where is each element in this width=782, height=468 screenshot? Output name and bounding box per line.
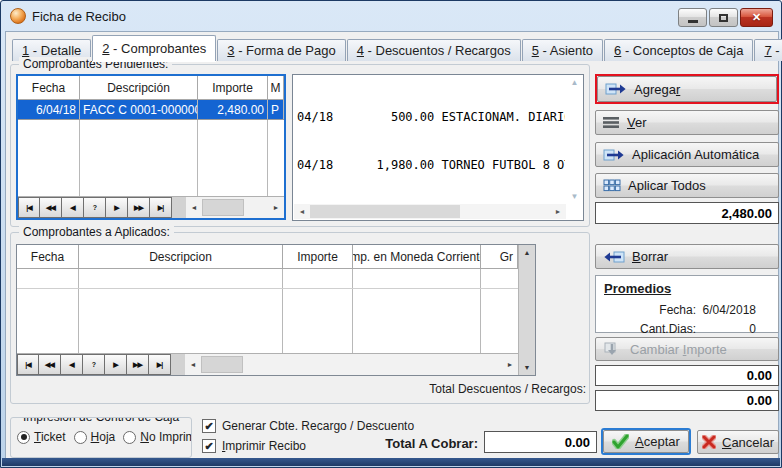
pending-grid-empty-area — [18, 120, 284, 196]
tab-observacion[interactable]: 7 - Observación — [754, 39, 782, 61]
applied-grid-row-empty — [17, 269, 518, 289]
tab-forma-de-pago[interactable]: 3 - Forma de Pago — [217, 39, 345, 61]
pending-row-selected[interactable]: 6/04/18 FACC C 0001-00000000 2,480.00 P — [18, 100, 284, 120]
promedios-panel: Promedios Fecha: 6/04/2018 Cant.Dias: 0 — [595, 275, 779, 333]
nav-prior-button[interactable]: ◀ — [61, 354, 83, 375]
radio-ticket-label: Ticket — [34, 430, 66, 444]
checkbox-generar-cbte[interactable]: ✔ Generar Cbte. Recargo / Descuento — [202, 419, 414, 433]
col-fecha[interactable]: Fecha — [17, 245, 79, 269]
checkbox-imprimir-label: Imprimir Recibo — [222, 439, 306, 453]
scroll-thumb[interactable] — [310, 205, 460, 218]
col-imp-moneda-corriente[interactable]: Imp. en Moneda Corriente — [353, 245, 481, 269]
scroll-down-icon[interactable]: ▼ — [524, 360, 531, 375]
aplicacion-automatica-button[interactable]: Aplicación Automática — [595, 142, 779, 167]
nav-next-button[interactable]: ▶ — [105, 354, 127, 375]
radio-ticket[interactable]: Ticket — [17, 430, 66, 444]
scroll-down-icon[interactable]: ▼ — [571, 190, 579, 203]
minimize-button[interactable] — [678, 8, 707, 27]
nav-first-button[interactable]: |◀ — [18, 197, 40, 218]
col-fecha[interactable]: Fecha — [18, 76, 80, 100]
nav-next-page-button[interactable]: ▶▶ — [127, 354, 149, 375]
promedios-fecha-value: 6/04/2018 — [696, 303, 778, 317]
scrollbar-filler — [172, 197, 186, 218]
col-moneda[interactable]: M — [268, 76, 284, 100]
nav-last-button[interactable]: ▶| — [150, 197, 172, 218]
maximize-button[interactable] — [709, 8, 738, 27]
radio-hoja[interactable]: Hoja — [74, 430, 116, 444]
checkbox-checked-icon: ✔ — [202, 419, 216, 433]
borrar-button[interactable]: Borrar — [595, 244, 779, 269]
dialog-client-area: 1 - Detalle 2 - Comprobantes 3 - Forma d… — [5, 31, 779, 460]
tab-asiento[interactable]: 5 - Asiento — [522, 39, 603, 61]
radio-icon — [74, 431, 87, 444]
scroll-right-icon[interactable]: ► — [268, 197, 284, 218]
aceptar-button[interactable]: Aceptar — [603, 430, 689, 453]
aplicacion-automatica-label: Aplicación Automática — [632, 147, 759, 162]
screen: Ficha de Recibo ✕ 1 - Detalle 2 - Compro… — [0, 0, 782, 468]
scroll-left-icon[interactable]: ◄ — [185, 354, 201, 375]
applied-amount-field[interactable]: 0.00 — [595, 365, 779, 386]
scroll-up-icon[interactable]: ▲ — [524, 245, 531, 260]
applied-grid[interactable]: Fecha Descripcion Importe Imp. en Moneda… — [16, 244, 536, 376]
scroll-right-icon[interactable]: ► — [550, 204, 566, 219]
tab-conceptos-de-caja[interactable]: 6 - Conceptos de Caja — [604, 39, 753, 61]
scroll-left-icon[interactable]: ◄ — [186, 197, 202, 218]
scroll-left-icon[interactable]: ◄ — [294, 204, 310, 219]
nav-first-button[interactable]: |◀ — [17, 354, 39, 375]
aceptar-focus-ring: Aceptar — [601, 428, 691, 455]
radio-no-imprimir[interactable]: No Imprimir — [123, 430, 192, 444]
pending-detail-memo[interactable]: 04/18 500.00 ESTACIONAM. DIARIO 04/18 1,… — [292, 74, 584, 221]
checkbox-imprimir-recibo[interactable]: ✔ Imprimir Recibo — [202, 439, 306, 453]
applied-grid-hscrollbar[interactable]: ◄ ► — [171, 354, 518, 375]
ver-button[interactable]: Ver — [595, 110, 779, 135]
cancelar-button[interactable]: Cancelar — [697, 430, 779, 454]
pending-grid-header: Fecha Descripción Importe M — [18, 76, 284, 100]
promedios-dias-label: Cant.Dias: — [596, 322, 696, 336]
scroll-right-icon[interactable]: ► — [502, 354, 518, 375]
aplicar-todos-button[interactable]: Aplicar Todos — [595, 173, 779, 198]
pending-grid-hscrollbar[interactable]: ◄ ► — [172, 197, 284, 218]
scroll-up-icon[interactable]: ▲ — [571, 76, 579, 89]
col-descripcion[interactable]: Descripcion — [79, 245, 283, 269]
nav-prior-page-button[interactable]: ◀◀ — [39, 354, 61, 375]
total-descuentos-field[interactable]: 0.00 — [595, 390, 779, 411]
applied-group-label: Comprobantes a Aplicados: — [19, 225, 174, 239]
total-a-cobrar-field[interactable]: 0.00 — [484, 431, 597, 453]
memo-hscrollbar[interactable]: ◄ ► — [294, 204, 566, 219]
col-gr[interactable]: Gr — [481, 245, 518, 269]
promedios-dias-value: 0 — [696, 322, 778, 336]
ver-label: Ver — [627, 115, 647, 130]
nav-search-button[interactable]: ? — [84, 197, 106, 218]
arrow-right-icon — [603, 148, 625, 162]
memo-vscrollbar[interactable]: ▲ ▼ — [567, 76, 582, 203]
nav-next-button[interactable]: ▶ — [106, 197, 128, 218]
pending-grid[interactable]: Fecha Descripción Importe M 6/04/18 FACC… — [16, 74, 286, 220]
nav-prior-button[interactable]: ◀ — [62, 197, 84, 218]
scroll-thumb[interactable] — [201, 356, 243, 373]
tab-bar: 1 - Detalle 2 - Comprobantes 3 - Forma d… — [12, 37, 782, 61]
tab-comprobantes[interactable]: 2 - Comprobantes — [92, 35, 216, 61]
nav-next-page-button[interactable]: ▶▶ — [128, 197, 150, 218]
window-frame: Ficha de Recibo ✕ 1 - Detalle 2 - Compro… — [0, 0, 782, 468]
scroll-thumb[interactable] — [202, 199, 244, 216]
close-button[interactable]: ✕ — [740, 8, 773, 27]
cambiar-importe-button[interactable]: Cambiar Importe — [595, 337, 779, 361]
agregar-label: Agregar — [634, 82, 680, 97]
promedios-fecha-label: Fecha: — [596, 303, 696, 317]
nav-prior-page-button[interactable]: ◀◀ — [40, 197, 62, 218]
col-importe[interactable]: Importe — [198, 76, 268, 100]
applied-grid-vscrollbar[interactable]: ▲ ▼ — [518, 245, 535, 375]
total-a-cobrar-label: Total A Cobrar: — [358, 436, 478, 451]
col-descripcion[interactable]: Descripción — [80, 76, 198, 100]
aplicar-todos-label: Aplicar Todos — [628, 178, 706, 193]
check-icon — [612, 434, 629, 449]
agregar-button[interactable]: Agregar — [597, 76, 777, 102]
tab-descuentos-recargos[interactable]: 4 - Descuentos / Recargos — [347, 39, 521, 61]
col-importe[interactable]: Importe — [283, 245, 353, 269]
nav-search-button[interactable]: ? — [83, 354, 105, 375]
radio-selected-icon — [17, 431, 30, 444]
minimize-icon — [688, 20, 698, 23]
titlebar[interactable]: Ficha de Recibo ✕ — [1, 1, 781, 31]
nav-last-button[interactable]: ▶| — [149, 354, 171, 375]
pending-amount-field[interactable]: 2,480.00 — [595, 202, 779, 224]
